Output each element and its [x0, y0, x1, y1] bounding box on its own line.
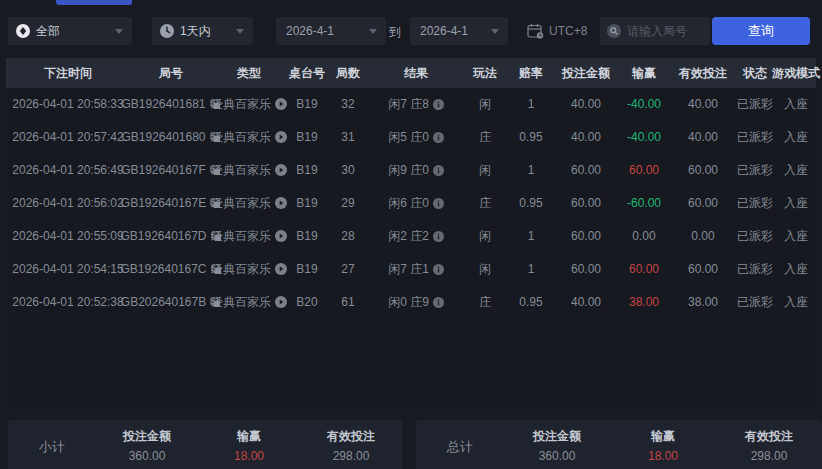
total-valid-bet: 有效投注 298.00 — [716, 428, 822, 463]
cell-round-count-text: 29 — [341, 196, 354, 210]
cell-valid-bet: 38.00 — [672, 286, 734, 318]
cell-game-number: GB192640167D — [130, 220, 212, 252]
cell-bet-time-text: 2026-04-01 20:57:42 — [12, 130, 123, 144]
cell-bet-amount-text: 60.00 — [571, 262, 601, 276]
cell-game-mode-text: 入座 — [784, 228, 808, 245]
cell-valid-bet-text: 60.00 — [688, 196, 718, 210]
time-range-select[interactable]: 1天内 — [152, 17, 253, 45]
cell-valid-bet-text: 60.00 — [688, 262, 718, 276]
info-icon[interactable] — [433, 132, 444, 143]
cell-valid-bet: 60.00 — [672, 187, 734, 219]
cell-bet-amount: 60.00 — [556, 154, 616, 186]
cell-table-number: B19 — [286, 88, 328, 120]
cell-round-count-text: 32 — [341, 97, 354, 111]
cell-bet-time: 2026-04-01 20:54:15 — [6, 253, 130, 285]
cell-play-type-text: 庄 — [479, 129, 491, 146]
cell-status: 已派彩 — [734, 220, 776, 252]
cell-result: 闲7 庄1 — [368, 253, 464, 285]
cell-result-text: 闲7 庄1 — [388, 261, 429, 278]
cell-game-number-text: GB192640167F — [121, 163, 206, 177]
cell-game-mode-text: 入座 — [784, 261, 808, 278]
cell-bet-amount-text: 60.00 — [571, 229, 601, 243]
search-input[interactable] — [627, 24, 707, 38]
cell-round-count: 30 — [328, 154, 368, 186]
date-from-select[interactable]: 2026-4-1 — [276, 17, 386, 45]
cell-game-mode-text: 入座 — [784, 96, 808, 113]
cell-game-mode-text: 入座 — [784, 129, 808, 146]
cell-bet-amount-text: 40.00 — [571, 97, 601, 111]
info-icon[interactable] — [433, 264, 444, 275]
cell-game-number-text: GB192640167C — [120, 262, 206, 276]
cell-valid-bet: 0.00 — [672, 220, 734, 252]
cell-table-number-text: B20 — [296, 295, 317, 309]
chevron-down-icon — [491, 29, 499, 34]
cell-play-type: 闲 — [464, 154, 506, 186]
cell-game-number: GB1926401681 — [130, 88, 212, 120]
cell-round-count: 28 — [328, 220, 368, 252]
query-button[interactable]: 查询 — [712, 17, 810, 45]
date-to-select[interactable]: 2026-4-1 — [410, 17, 508, 45]
game-type-select[interactable]: 全部 — [8, 17, 132, 45]
table-row: 2026-04-01 20:54:15GB192640167C经典百家乐B192… — [6, 253, 816, 286]
subtotal-bet-amount: 投注金额 360.00 — [96, 428, 198, 463]
chevron-down-icon — [115, 29, 123, 34]
game-number-search[interactable] — [600, 17, 710, 45]
total-panel: 总计 投注金额 360.00 输赢 18.00 有效投注 298.00 — [416, 420, 822, 469]
chevron-down-icon — [236, 29, 244, 34]
cell-win-loss-text: -60.00 — [627, 196, 661, 210]
cell-bet-time: 2026-04-01 20:56:49 — [6, 154, 130, 186]
cell-odds-text: 0.95 — [519, 295, 542, 309]
cell-win-loss: -60.00 — [616, 187, 672, 219]
cell-result: 闲6 庄0 — [368, 187, 464, 219]
active-tab-indicator[interactable] — [56, 0, 132, 5]
cell-game-mode: 入座 — [776, 121, 816, 153]
cell-round-count: 32 — [328, 88, 368, 120]
info-icon[interactable] — [433, 165, 444, 176]
cell-status-text: 已派彩 — [737, 195, 773, 212]
cell-result: 闲5 庄0 — [368, 121, 464, 153]
info-icon[interactable] — [433, 231, 444, 242]
search-icon — [607, 24, 621, 38]
cell-valid-bet: 60.00 — [672, 253, 734, 285]
cell-bet-time-text: 2026-04-01 20:58:33 — [12, 97, 123, 111]
table-body: 2026-04-01 20:58:33GB1926401681经典百家乐B193… — [6, 88, 816, 319]
cell-valid-bet: 60.00 — [672, 154, 734, 186]
cell-table-number-text: B19 — [296, 262, 317, 276]
column-header: 状态 — [734, 58, 776, 88]
cell-game-type-text: 经典百家乐 — [211, 294, 271, 311]
cell-bet-time-text: 2026-04-01 20:54:15 — [12, 262, 123, 276]
column-header: 有效投注 — [672, 58, 734, 88]
subtotal-valid-bet: 有效投注 298.00 — [300, 428, 402, 463]
cell-bet-time: 2026-04-01 20:55:09 — [6, 220, 130, 252]
cell-result: 闲0 庄9 — [368, 286, 464, 318]
cell-result-text: 闲2 庄2 — [388, 228, 429, 245]
cell-status-text: 已派彩 — [737, 162, 773, 179]
cell-game-type-text: 经典百家乐 — [211, 195, 271, 212]
cell-result: 闲7 庄8 — [368, 88, 464, 120]
cell-round-count-text: 28 — [341, 229, 354, 243]
cell-valid-bet-text: 0.00 — [691, 229, 714, 243]
cell-bet-time: 2026-04-01 20:58:33 — [6, 88, 130, 120]
column-header: 下注时间 — [6, 58, 130, 88]
info-icon[interactable] — [433, 99, 444, 110]
cell-table-number-text: B19 — [296, 229, 317, 243]
column-header: 玩法 — [464, 58, 506, 88]
cell-bet-time-text: 2026-04-01 20:56:49 — [12, 163, 123, 177]
cell-play-type-text: 闲 — [479, 261, 491, 278]
cell-valid-bet-text: 40.00 — [688, 130, 718, 144]
info-icon[interactable] — [433, 198, 444, 209]
cell-bet-amount-text: 40.00 — [571, 295, 601, 309]
info-icon[interactable] — [433, 297, 444, 308]
cell-round-count: 29 — [328, 187, 368, 219]
game-type-value: 全部 — [36, 23, 60, 40]
cell-game-type: 经典百家乐 — [212, 88, 286, 120]
cell-game-mode: 入座 — [776, 220, 816, 252]
cell-game-mode: 入座 — [776, 187, 816, 219]
column-header: 输赢 — [616, 58, 672, 88]
cell-bet-amount-text: 60.00 — [571, 163, 601, 177]
total-bet-amount: 投注金额 360.00 — [504, 428, 610, 463]
cell-table-number: B20 — [286, 286, 328, 318]
cell-status: 已派彩 — [734, 88, 776, 120]
column-header: 桌台号 — [286, 58, 328, 88]
cell-win-loss-text: 0.00 — [632, 229, 655, 243]
